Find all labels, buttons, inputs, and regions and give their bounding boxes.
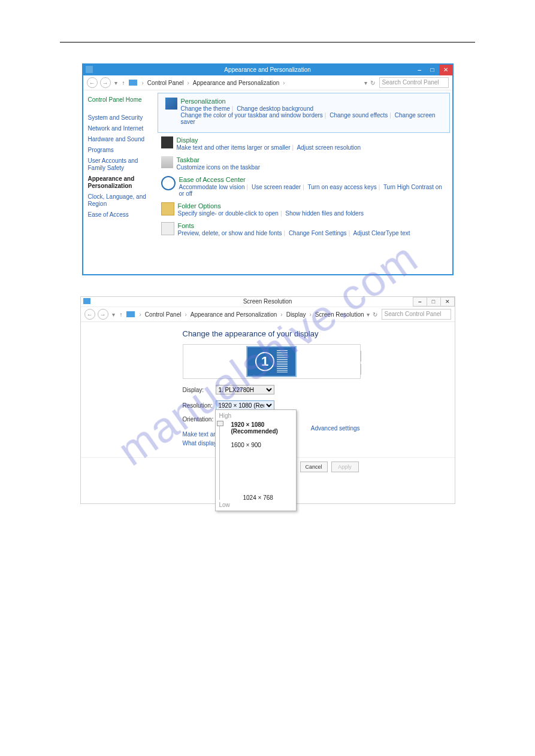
folder-icon (129, 80, 137, 86)
sublink[interactable]: Use screen reader (252, 184, 301, 190)
main-panel: Personalization Change the theme| Change… (155, 90, 452, 275)
sidebar-item-current[interactable]: Appearance and Personalization (88, 175, 150, 190)
sublink[interactable]: Customize icons on the taskbar (177, 164, 261, 171)
recent-dropdown[interactable]: ▾ (114, 80, 117, 86)
section-title[interactable]: Taskbar (177, 156, 261, 163)
back-button[interactable]: ← (87, 77, 98, 88)
page-rule (60, 42, 475, 42)
monitor-icon: 1 (246, 346, 297, 377)
sublink[interactable]: Change Font Settings (289, 230, 347, 236)
crumb-1[interactable]: Control Panel (147, 80, 184, 86)
search-input[interactable]: Search Control Panel (379, 77, 449, 88)
section-ease-of-access: Ease of Access Center Accommodate low vi… (158, 175, 450, 198)
sublink[interactable]: Show hidden files and folders (285, 210, 364, 217)
fonts-icon (161, 222, 174, 235)
window-screen-resolution: Screen Resolution ‒ □ ✕ ← → ▾ ↑ › Contro… (80, 296, 455, 504)
section-personalization: Personalization Change the theme| Change… (162, 96, 446, 126)
slider-thumb[interactable] (217, 421, 223, 426)
nav-toolbar: ← → ▾ ↑ › Control Panel › Appearance and… (83, 75, 452, 90)
forward-button[interactable]: → (100, 77, 111, 88)
advanced-settings-link[interactable]: Advanced settings (311, 425, 360, 432)
section-title[interactable]: Display (177, 136, 361, 144)
sublink[interactable]: Make text and other items larger or smal… (177, 144, 291, 151)
resolution-label: Resolution: (183, 402, 216, 409)
close-button[interactable]: ✕ (439, 65, 452, 75)
window-appearance: Appearance and Personalization ‒ □ ✕ ← →… (82, 63, 454, 275)
resolution-select[interactable]: 1920 × 1080 (Recommended) (216, 400, 274, 410)
crumb-3[interactable]: Display (286, 311, 306, 318)
maximize-button[interactable]: □ (426, 65, 439, 75)
back-button[interactable]: ← (84, 309, 95, 320)
minimize-button[interactable]: ‒ (413, 297, 427, 306)
sidebar-item[interactable]: User Accounts and Family Safety (88, 157, 150, 172)
folder-icon (126, 311, 135, 317)
crumb-2[interactable]: Appearance and Personalization (191, 311, 277, 318)
up-button[interactable]: ↑ (120, 311, 123, 318)
sidebar-item[interactable]: Ease of Access (88, 211, 150, 218)
window-title: Appearance and Personalization (224, 66, 311, 73)
search-input[interactable]: Search Control Panel (382, 309, 451, 320)
recent-dropdown[interactable]: ▾ (112, 311, 115, 318)
sublink[interactable]: Change the theme (181, 105, 230, 112)
system-icon (86, 66, 93, 73)
nav-toolbar: ← → ▾ ↑ › Control Panel › Appearance and… (81, 307, 455, 322)
folder-options-icon (161, 202, 174, 215)
minimize-button[interactable]: ‒ (413, 65, 426, 75)
page-heading: Change the appearance of your display (183, 329, 362, 338)
apply-button[interactable]: Apply (331, 462, 359, 472)
sublink[interactable]: Change the color of your taskbar and win… (181, 112, 323, 119)
sublink[interactable]: Adjust ClearType text (353, 230, 410, 236)
sidebar-item[interactable]: Network and Internet (88, 125, 150, 132)
maximize-button[interactable]: □ (427, 297, 441, 306)
sublink[interactable]: Change desktop background (237, 105, 313, 112)
section-folder-options: Folder Options Specify single- or double… (158, 201, 450, 218)
sublink[interactable]: Accommodate low vision (179, 184, 245, 190)
breadcrumb-sep: › (142, 80, 144, 86)
sublink[interactable]: Preview, delete, or show and hide fonts (178, 230, 282, 236)
sidebar-item[interactable]: Programs (88, 147, 150, 154)
sidebar: Control Panel Home System and Security N… (83, 90, 155, 275)
titlebar: Screen Resolution ‒ □ ✕ (81, 297, 455, 307)
display-label: Display: (183, 387, 216, 393)
titlebar: Appearance and Personalization ‒ □ ✕ (83, 65, 452, 75)
sublink[interactable]: Change sound effects (330, 112, 388, 119)
section-title[interactable]: Ease of Access Center (179, 176, 446, 183)
up-button[interactable]: ↑ (122, 80, 125, 86)
crumb-4[interactable]: Screen Resolution (315, 311, 364, 318)
refresh-dropdown[interactable]: ▾ ↻ (364, 80, 376, 86)
sublink[interactable]: Specify single- or double-click to open (178, 210, 279, 217)
personalization-icon (165, 98, 177, 110)
sidebar-item[interactable]: Hardware and Sound (88, 136, 150, 143)
display-preview[interactable]: 1 (183, 344, 361, 379)
forward-button[interactable]: → (98, 309, 108, 320)
resolution-option[interactable]: 1920 × 1080 (Recommended) (231, 421, 292, 435)
resolution-option[interactable]: 1024 × 768 (243, 494, 273, 501)
close-button[interactable]: ✕ (440, 297, 455, 306)
section-fonts: Fonts Preview, delete, or show and hide … (158, 221, 450, 238)
section-taskbar: Taskbar Customize icons on the taskbar (158, 155, 450, 172)
sidebar-home[interactable]: Control Panel Home (88, 96, 150, 104)
section-display: Display Make text and other items larger… (158, 135, 450, 152)
slider-low-label: Low (219, 502, 230, 508)
section-title[interactable]: Fonts (178, 222, 410, 229)
sublink[interactable]: Adjust screen resolution (297, 144, 361, 151)
slider-track[interactable] (219, 421, 220, 500)
section-title[interactable]: Personalization (181, 98, 442, 105)
system-icon (83, 298, 90, 304)
resolution-option[interactable]: 1600 × 900 (231, 442, 292, 448)
window-title: Screen Resolution (243, 298, 292, 305)
crumb-1[interactable]: Control Panel (145, 311, 182, 318)
display-icon (161, 136, 173, 148)
taskbar-icon (161, 156, 173, 168)
refresh-dropdown[interactable]: ▾ ↻ (367, 311, 378, 318)
sidebar-item[interactable]: Clock, Language, and Region (88, 193, 150, 208)
display-select[interactable]: 1. PLX2780H (216, 385, 274, 394)
section-title[interactable]: Folder Options (178, 202, 364, 210)
ease-access-icon (161, 176, 176, 190)
crumb-2[interactable]: Appearance and Personalization (193, 80, 280, 86)
sidebar-item[interactable]: System and Security (88, 114, 150, 122)
cancel-button[interactable]: Cancel (300, 462, 328, 472)
monitor-number: 1 (255, 352, 274, 371)
resolution-dropdown[interactable]: High 1920 × 1080 (Recommended) 1600 × 90… (215, 409, 297, 511)
sublink[interactable]: Turn on easy access keys (307, 184, 376, 190)
